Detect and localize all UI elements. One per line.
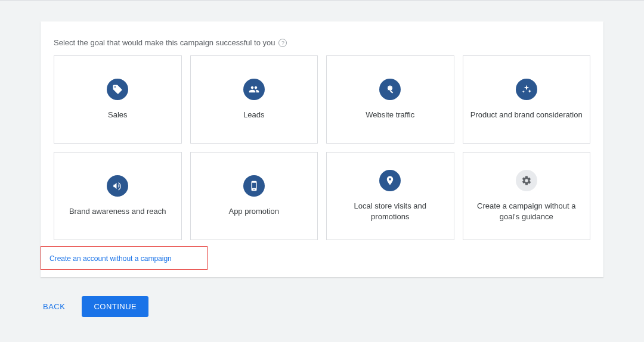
gear-icon xyxy=(516,170,537,191)
cursor-icon xyxy=(379,79,401,100)
sparkles-icon xyxy=(516,79,537,100)
help-icon[interactable]: ? xyxy=(278,39,287,47)
goal-label: Brand awareness and reach xyxy=(69,206,166,217)
campaign-goal-card: Select the goal that would make this cam… xyxy=(41,21,603,277)
goal-tile-local-store[interactable]: Local store visits and promotions xyxy=(326,152,454,240)
goal-label: Local store visits and promotions xyxy=(334,201,447,222)
highlight-box: Create an account without a campaign xyxy=(41,246,208,270)
goal-tile-brand-consideration[interactable]: Product and brand consideration xyxy=(463,55,591,144)
goal-tile-sales[interactable]: Sales xyxy=(54,55,182,144)
goal-grid: Sales Leads Website traffic Product and … xyxy=(54,55,590,240)
goal-label: Sales xyxy=(108,110,128,120)
goal-label: Create a campaign without a goal's guida… xyxy=(470,201,583,222)
pin-icon xyxy=(379,170,401,191)
goal-label: Product and brand consideration xyxy=(470,110,583,120)
megaphone-icon xyxy=(107,175,128,197)
goal-tile-website-traffic[interactable]: Website traffic xyxy=(326,55,454,144)
goal-label: App promotion xyxy=(228,206,279,217)
footer-actions: BACK CONTINUE xyxy=(41,296,603,317)
back-button[interactable]: BACK xyxy=(41,297,67,316)
goal-tile-leads[interactable]: Leads xyxy=(190,55,318,144)
tag-icon xyxy=(107,79,128,100)
goal-label: Website traffic xyxy=(366,110,414,120)
create-account-without-campaign-link[interactable]: Create an account without a campaign xyxy=(49,254,172,263)
prompt-text: Select the goal that would make this cam… xyxy=(54,38,275,47)
goal-tile-app-promotion[interactable]: App promotion xyxy=(190,152,318,240)
prompt-row: Select the goal that would make this cam… xyxy=(54,38,590,47)
goal-tile-no-goal[interactable]: Create a campaign without a goal's guida… xyxy=(463,152,591,240)
goal-label: Leads xyxy=(243,110,264,120)
continue-button[interactable]: CONTINUE xyxy=(82,296,148,317)
goal-tile-brand-awareness[interactable]: Brand awareness and reach xyxy=(54,152,182,240)
people-icon xyxy=(243,79,265,100)
phone-icon xyxy=(243,175,265,197)
